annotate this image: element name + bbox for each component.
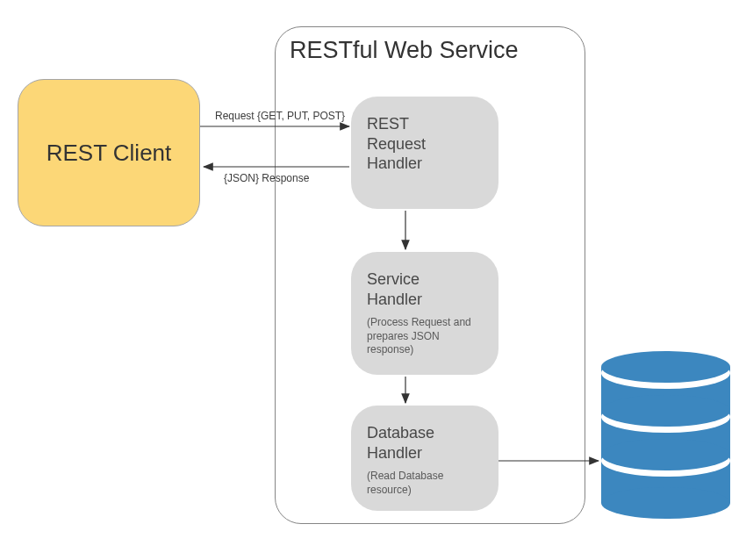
database-icon [601,351,730,518]
request-handler-title: REST Request Handler [367,114,483,174]
response-arrow-label: {JSON} Response [224,172,309,184]
service-handler-title: Service Handler [367,269,483,309]
request-handler-box: REST Request Handler [351,97,499,209]
service-title: RESTful Web Service [290,37,519,64]
service-handler-sub: (Process Request and prepares JSON respo… [367,316,483,357]
database-handler-title: Database Handler [367,423,483,463]
rest-client-label: REST Client [47,140,172,167]
service-handler-box: Service Handler (Process Request and pre… [351,252,499,375]
database-handler-sub: (Read Database resource) [367,470,483,497]
rest-client-box: REST Client [18,79,200,226]
diagram-canvas: REST Client RESTful Web Service REST Req… [0,0,746,560]
request-arrow-label: Request {GET, PUT, POST} [215,110,345,122]
database-handler-box: Database Handler (Read Database resource… [351,406,499,511]
